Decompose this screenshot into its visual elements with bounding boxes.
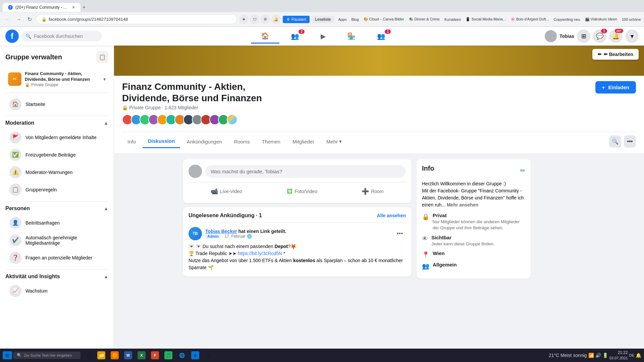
bookmark-social[interactable]: 📱 Social Media Mana... xyxy=(464,16,508,22)
group-privacy: 🔒 Private Gruppe xyxy=(25,82,100,87)
taskbar-wifi-icon[interactable]: 📶 xyxy=(588,353,594,358)
see-all-link[interactable]: Alle ansehen xyxy=(377,213,406,218)
taskbar-item-edge[interactable]: e xyxy=(189,350,201,361)
post-author-name: Tobias Becker hat einen Link geteilt. xyxy=(205,229,390,234)
tab-mitglieder[interactable]: Mitglieder xyxy=(287,135,320,148)
search-bar[interactable]: 🔍 xyxy=(21,31,102,42)
taskbar-item-music[interactable]: 🎵 xyxy=(162,350,174,361)
tab-rooms-label: Rooms xyxy=(234,139,250,144)
personen-section-title: Personen ▲ xyxy=(5,205,108,212)
refresh-button[interactable]: ↻ xyxy=(25,14,34,24)
nav-watch[interactable]: ▶ xyxy=(311,29,336,43)
taskbar-item-taskview[interactable]: ⧉ xyxy=(82,350,94,361)
composer-input[interactable]: Was machst du gerade, Tobias? xyxy=(205,165,406,178)
tab-search-button[interactable]: 🔍 xyxy=(609,135,621,147)
moderation-chevron[interactable]: ▲ xyxy=(104,120,108,126)
taskbar-notifications-icon[interactable]: 🔔 xyxy=(636,353,641,358)
tab-rooms[interactable]: Rooms xyxy=(228,135,255,148)
info-edit-icon[interactable]: ✏ xyxy=(520,167,525,174)
bookmark-bois[interactable]: 🌸 Bois d'Argent Duft... xyxy=(508,16,551,22)
tab-diskussion[interactable]: Diskussion xyxy=(143,135,180,148)
taskbar-item-ppt[interactable]: P xyxy=(149,350,161,361)
nav-friends[interactable]: 👥 2 xyxy=(281,29,309,43)
sidebar-item-beitritts[interactable]: 👤 Beitrittsanfragen xyxy=(5,214,108,232)
tab-close-button[interactable]: ✕ xyxy=(72,5,75,10)
personen-chevron[interactable]: ▲ xyxy=(104,206,108,211)
aktivitaet-chevron[interactable]: ▲ xyxy=(104,274,108,279)
browser-extensions: ★ 🛡 ⚙ 🔔 xyxy=(239,15,281,24)
tab-more-button[interactable]: ••• xyxy=(624,135,636,147)
ext-btn-3[interactable]: ⚙ xyxy=(261,15,270,24)
bookmark-copy[interactable]: Copywriting neu xyxy=(552,16,582,22)
nav-home[interactable]: 🏠 xyxy=(251,29,279,44)
active-tab[interactable]: f (20+) Finanz Community - Akti... ✕ xyxy=(3,3,80,12)
read-button[interactable]: Leseliste xyxy=(312,16,334,23)
tab-themen[interactable]: Themen xyxy=(257,135,286,148)
taskbar-volume-icon[interactable]: 🔊 xyxy=(595,353,601,358)
post-link[interactable]: https://bit.ly/3cRcd5N xyxy=(238,251,282,256)
bookmark-100[interactable]: 100 schöne Dinge xyxy=(620,16,641,22)
search-input[interactable] xyxy=(34,34,98,39)
taskbar-item-chrome[interactable]: 🌐 xyxy=(176,350,188,361)
bookmark-dinner[interactable]: 🎭 Dinner & Crime xyxy=(407,16,442,22)
edge-icon: e xyxy=(191,351,199,359)
messenger-icon[interactable]: 💬 1 xyxy=(593,29,606,43)
bookmark-blog[interactable]: Blog xyxy=(349,16,361,22)
new-tab-button[interactable]: + xyxy=(80,2,88,12)
taskbar-clock[interactable]: 21:22 03.07.2021 xyxy=(609,350,628,360)
tab-mehr[interactable]: Mehr ▾ xyxy=(321,135,347,148)
taskbar-item-settings[interactable]: ⚙ xyxy=(203,350,215,361)
taskbar-item-app1[interactable]: 🟠 xyxy=(109,350,121,361)
ext-btn-2[interactable]: 🛡 xyxy=(250,15,259,24)
taskbar-battery-icon[interactable]: 🔋 xyxy=(602,353,608,358)
more-link[interactable]: Mehr ansehen xyxy=(447,202,478,207)
taskbar-item-files[interactable]: 📁 xyxy=(95,350,107,361)
ext-btn-1[interactable]: ★ xyxy=(239,15,249,24)
pause-button[interactable]: ⏸ Pausiert xyxy=(283,16,310,23)
auto-label: Automatisch genehmigte Mitgliedsanträge xyxy=(25,235,104,246)
cover-edit-button[interactable]: ✏ ✏ Bearbeiten xyxy=(592,49,639,60)
sidebar-item-auto-approved[interactable]: ✔️ Automatisch genehmigte Mitgliedsanträ… xyxy=(5,232,108,249)
taskbar-item-word[interactable]: W xyxy=(122,350,134,361)
sidebar-item-wachstum[interactable]: 📈 Wachstum xyxy=(5,282,108,300)
composer-photo-action[interactable]: 🖼 Foto/Video xyxy=(283,185,321,198)
tab-ankuendigungen[interactable]: Ankündigungen xyxy=(181,135,227,148)
facebook-logo[interactable]: f xyxy=(5,29,19,43)
account-menu-icon[interactable]: ▾ xyxy=(625,29,639,43)
nav-groups[interactable]: 👥 1 xyxy=(367,29,395,43)
ext-btn-4[interactable]: 🔔 xyxy=(271,15,281,24)
back-button[interactable]: ← xyxy=(3,14,12,24)
sidebar-item-startseite[interactable]: 🏠 Startseite xyxy=(5,96,108,113)
sidebar-item-reported[interactable]: 🚩 Von Mitgliedern gemeldete Inhalte xyxy=(5,129,108,146)
bookmark-apps[interactable]: Apps xyxy=(336,16,348,22)
apps-icon[interactable]: ⊞ xyxy=(577,29,590,43)
taskbar-start-button[interactable]: ⊞ xyxy=(3,351,12,359)
sidebar-item-freizugeben[interactable]: ✅ Freizugebende Beiträge xyxy=(5,146,108,164)
address-bar[interactable]: 🔒 facebook.com/groups/214827109704148 xyxy=(36,14,237,24)
moderation-title-text: Moderation xyxy=(5,120,34,126)
composer-room-action[interactable]: ➕ Room xyxy=(358,185,387,198)
sidebar-item-questions[interactable]: ❓ Fragen an potenzielle Mitglieder xyxy=(5,249,108,266)
bookmark-kursideen[interactable]: Kursideen xyxy=(442,16,463,22)
sidebar-item-warnings[interactable]: ⚠️ Moderator-Warnungen xyxy=(5,164,108,181)
mehr-chevron-icon: ▾ xyxy=(339,138,342,144)
user-info[interactable]: Tobias xyxy=(545,30,574,42)
notifications-icon[interactable]: 🔔 20+ xyxy=(609,29,623,43)
post-options-button[interactable]: ••• xyxy=(394,228,406,240)
sidebar-item-rules[interactable]: 📋 Gruppenregeln xyxy=(5,181,108,198)
composer-live-action[interactable]: 📹 Live-Video xyxy=(207,185,246,198)
header-right: Tobias ⊞ 💬 1 🔔 20+ ▾ xyxy=(545,29,639,43)
author-name-link[interactable]: Tobias Becker xyxy=(205,229,237,234)
nav-marketplace[interactable]: 🏪 xyxy=(337,29,366,43)
taskbar-item-excel[interactable]: X xyxy=(136,350,148,361)
invite-button[interactable]: + Einladen xyxy=(595,81,636,94)
manage-icon[interactable]: 📋 xyxy=(96,51,108,63)
bookmark-canva[interactable]: 🎨 Cloud – Canva Bilder xyxy=(362,16,406,22)
group-info-card[interactable]: FC Finanz Community - Aktien, Dividende,… xyxy=(5,68,108,90)
bookmark-video[interactable]: 🎬 Videokurs Ideen xyxy=(583,16,619,22)
taskbar-search[interactable]: 🔍 Zur Suche Text hier eingeben xyxy=(13,352,80,359)
group-dropdown-arrow[interactable]: ▾ xyxy=(103,76,106,82)
tab-info[interactable]: Info xyxy=(122,135,141,148)
taskbar-search-icon: 🔍 xyxy=(17,353,22,358)
forward-button[interactable]: → xyxy=(14,14,23,24)
